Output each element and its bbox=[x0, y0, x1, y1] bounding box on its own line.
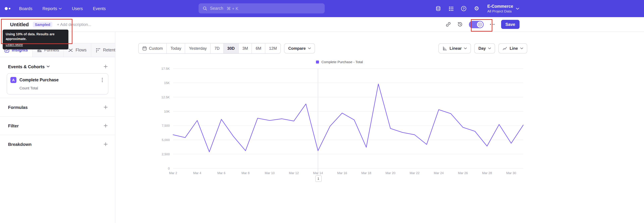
search-shortcut: ⌘ + K bbox=[226, 6, 238, 11]
range-3m[interactable]: 3M bbox=[239, 43, 252, 53]
logo-dot bbox=[9, 8, 10, 10]
more-options-icon[interactable] bbox=[489, 21, 496, 27]
nav-users-label: Users bbox=[72, 6, 83, 11]
search-icon bbox=[202, 6, 207, 11]
compare-button[interactable]: Compare bbox=[284, 43, 315, 53]
range-custom[interactable]: Custom bbox=[138, 43, 167, 53]
events-cohorts-toggle[interactable]: Events & Cohorts bbox=[8, 64, 50, 69]
x-tick-label: Mar 24 bbox=[434, 171, 444, 175]
range-6m[interactable]: 6M bbox=[252, 43, 265, 53]
chart-type-selector-button[interactable]: Line bbox=[498, 43, 527, 53]
sampled-badge[interactable]: Sampled bbox=[33, 22, 52, 27]
primary-nav: Boards Reports Users Events bbox=[19, 6, 106, 11]
y-tick-label: 10K bbox=[164, 110, 170, 113]
sampling-toggle-knob bbox=[477, 21, 483, 27]
gear-icon[interactable]: ⚙ bbox=[473, 5, 480, 12]
x-tick-label: Mar 22 bbox=[410, 171, 420, 175]
chart-block: Complete Purchase - Total 02,5005,0007,5… bbox=[154, 59, 524, 177]
report-header: Untitled Sampled + Add description... Sa… bbox=[0, 17, 644, 32]
mixpanel-logo[interactable] bbox=[5, 7, 10, 10]
interval-selector-button[interactable]: Day bbox=[474, 43, 495, 53]
share-link-icon[interactable] bbox=[446, 21, 452, 27]
chevron-down-icon bbox=[464, 47, 467, 49]
chevron-down-icon bbox=[46, 66, 50, 68]
formulas-label: Formulas bbox=[8, 105, 28, 110]
chevron-down-icon bbox=[308, 47, 311, 49]
nav-reports[interactable]: Reports bbox=[42, 6, 62, 11]
range-yesterday[interactable]: Yesterday bbox=[185, 43, 211, 53]
x-tick-label: Mar 10 bbox=[265, 171, 274, 175]
y-tick-label: 5,000 bbox=[162, 138, 170, 142]
chevron-down-icon bbox=[488, 47, 491, 49]
nav-users[interactable]: Users bbox=[72, 6, 83, 11]
apps-grid-icon[interactable] bbox=[448, 5, 454, 12]
breakdown-label: Breakdown bbox=[8, 142, 32, 147]
save-button[interactable]: Save bbox=[501, 20, 520, 29]
add-event-button[interactable] bbox=[103, 64, 108, 69]
range-today[interactable]: Today bbox=[167, 43, 185, 53]
event-options-icon[interactable] bbox=[100, 78, 105, 82]
range-30d[interactable]: 30D bbox=[224, 43, 239, 53]
x-tick-label: Mar 16 bbox=[337, 171, 347, 175]
nav-boards[interactable]: Boards bbox=[19, 6, 32, 11]
chevron-down-icon bbox=[520, 47, 523, 49]
series-line bbox=[173, 84, 523, 152]
plus-icon bbox=[103, 142, 108, 147]
x-tick-label: Mar 30 bbox=[506, 171, 516, 175]
linear-scale-icon bbox=[442, 46, 447, 51]
plus-icon bbox=[103, 123, 108, 128]
chevron-down-icon bbox=[59, 8, 62, 10]
retention-icon bbox=[96, 48, 100, 53]
learn-more-link[interactable]: Learn More bbox=[6, 43, 23, 46]
nav-boards-label: Boards bbox=[19, 6, 32, 11]
x-tick-label: Mar 26 bbox=[458, 171, 468, 175]
project-selector[interactable]: E-Commerce All Project Data bbox=[487, 4, 519, 13]
query-builder-sidebar: Insights Funnels Flows Retention bbox=[0, 32, 116, 223]
help-icon[interactable]: ? bbox=[460, 5, 467, 12]
y-tick-label: 12.5K bbox=[161, 95, 170, 99]
x-tick-label: Mar 14 bbox=[313, 171, 323, 175]
insights-line-chart[interactable]: 02,5005,0007,50010K12.5K15K17.5KMar 2Mar… bbox=[154, 66, 524, 177]
add-filter-button[interactable] bbox=[103, 123, 108, 128]
add-formula-button[interactable] bbox=[103, 104, 108, 110]
event-name[interactable]: Complete Purchase bbox=[20, 78, 97, 82]
x-tick-label: Mar 20 bbox=[386, 171, 395, 175]
interval-label: Day bbox=[478, 46, 486, 51]
chart-type-label: Line bbox=[510, 46, 518, 51]
y-tick-label: 2,500 bbox=[162, 152, 170, 156]
x-tick-label: Mar 28 bbox=[482, 171, 492, 175]
scale-label: Linear bbox=[450, 46, 462, 51]
nav-events[interactable]: Events bbox=[93, 6, 106, 11]
tab-flows-label: Flows bbox=[76, 48, 86, 52]
chart-panel: Custom Today Yesterday 7D 30D 3M 6M 12M … bbox=[116, 32, 644, 223]
history-icon[interactable] bbox=[457, 21, 463, 27]
range-12m[interactable]: 12M bbox=[265, 43, 280, 53]
range-custom-label: Custom bbox=[149, 46, 163, 51]
content-area: Insights Funnels Flows Retention bbox=[0, 32, 644, 223]
project-scope: All Project Data bbox=[487, 9, 513, 13]
add-breakdown-button[interactable] bbox=[103, 142, 108, 147]
event-aggregation[interactable]: Count Total bbox=[20, 86, 105, 90]
report-title[interactable]: Untitled bbox=[10, 22, 29, 27]
chart-legend[interactable]: Complete Purchase - Total bbox=[154, 59, 524, 65]
scale-selector-button[interactable]: Linear bbox=[438, 43, 471, 53]
filter-section: Filter bbox=[0, 116, 115, 135]
add-description-field[interactable]: + Add description... bbox=[57, 22, 91, 27]
search-placeholder: Search bbox=[210, 6, 223, 11]
legend-swatch bbox=[316, 60, 319, 63]
x-tick-label: Mar 2 bbox=[169, 171, 177, 175]
range-7d[interactable]: 7D bbox=[211, 43, 224, 53]
line-chart-icon bbox=[502, 46, 507, 51]
x-tick-label: Mar 12 bbox=[289, 171, 299, 175]
event-card[interactable]: A Complete Purchase Count Total bbox=[7, 73, 108, 94]
legend-label: Complete Purchase - Total bbox=[321, 60, 363, 64]
search-input[interactable]: Search ⌘ + K bbox=[198, 3, 325, 14]
y-tick-label: 17.5K bbox=[161, 67, 170, 70]
breakdown-section: Breakdown bbox=[0, 135, 115, 153]
y-tick-label: 15K bbox=[164, 81, 170, 85]
plus-icon bbox=[103, 105, 108, 109]
filter-label: Filter bbox=[8, 123, 19, 128]
pagination-page[interactable]: 1 bbox=[315, 175, 322, 182]
data-management-icon[interactable] bbox=[435, 5, 442, 12]
sampling-toggle[interactable] bbox=[469, 21, 484, 28]
